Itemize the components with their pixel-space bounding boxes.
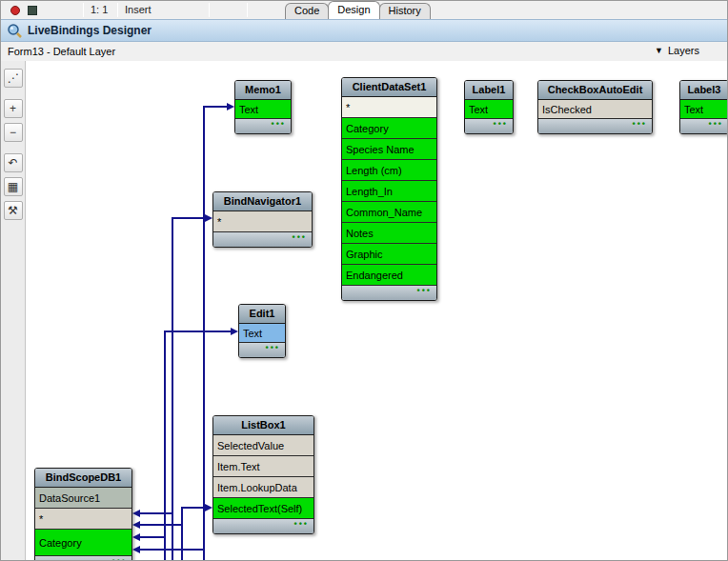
record-icon[interactable]	[10, 6, 20, 15]
entity-footer: •••	[465, 119, 513, 133]
marquee-zoom-icon: ⋰	[8, 71, 19, 85]
bind-options-dots[interactable]: •••	[266, 343, 280, 352]
member-row[interactable]: *	[342, 97, 436, 118]
wrench-icon: ⚒	[8, 204, 18, 217]
bind-options-dots[interactable]: •••	[417, 286, 432, 295]
bind-options-dots[interactable]: •••	[709, 119, 723, 129]
wire-arrowhead	[227, 103, 234, 110]
line-col-indicator: 1: 1	[91, 4, 108, 15]
entity-title[interactable]: Memo1	[235, 81, 291, 100]
toolbar-separator	[83, 3, 84, 17]
member-row[interactable]: Length_In	[342, 181, 436, 202]
wire-arrowhead	[132, 521, 140, 529]
livebindings-designer-icon	[7, 23, 22, 38]
bind-options-dots[interactable]: •••	[272, 119, 286, 129]
bind-options-dots[interactable]: •••	[293, 232, 307, 242]
wire-arrowhead	[205, 504, 212, 511]
member-row[interactable]: Text	[680, 100, 728, 119]
member-row[interactable]: *	[213, 211, 312, 232]
entity-title[interactable]: ListBox1	[213, 416, 313, 435]
wire-arrowhead	[231, 328, 238, 335]
entity-title[interactable]: BindNavigator1	[213, 192, 312, 211]
wire-arrowhead	[205, 214, 212, 222]
grid-icon: ▦	[8, 180, 18, 193]
member-row[interactable]: Text	[465, 100, 513, 119]
entity-CheckBoxAutoEdit[interactable]: CheckBoxAutoEditIsChecked•••	[537, 80, 653, 134]
grid-button[interactable]: ▦	[4, 177, 23, 196]
toolbar-separator	[117, 3, 118, 17]
tab-code[interactable]: Code	[285, 3, 329, 19]
tab-design[interactable]: Design	[328, 1, 379, 19]
member-row[interactable]: Common_Name	[342, 202, 436, 223]
zoom-in-button[interactable]: +	[4, 99, 23, 118]
entity-footer: •••	[342, 286, 436, 300]
zoom-in-icon: +	[10, 102, 16, 115]
member-row[interactable]: Endangered	[342, 265, 436, 286]
member-row[interactable]: SelectedText(Self)	[213, 498, 313, 519]
layers-label: Layers	[668, 45, 699, 56]
member-row[interactable]: Length (cm)	[342, 160, 436, 181]
member-row[interactable]: *	[35, 509, 131, 530]
member-row[interactable]: Species Name	[342, 139, 436, 160]
entity-title[interactable]: Edit1	[239, 305, 285, 324]
undo-icon: ↶	[8, 156, 17, 170]
entity-footer: •••	[35, 556, 131, 561]
entity-BindNavigator1[interactable]: BindNavigator1*•••	[212, 191, 313, 248]
entity-footer: •••	[538, 119, 652, 133]
entity-footer: •••	[213, 519, 313, 533]
panel-title: LiveBindings Designer	[28, 24, 152, 37]
entity-Label1[interactable]: Label1Text•••	[464, 80, 514, 134]
entity-title[interactable]: ClientDataSet1	[342, 78, 436, 97]
form-layer-label: Form13 - Default Layer	[8, 46, 115, 57]
undo-button[interactable]: ↶	[4, 153, 23, 172]
member-row[interactable]: Text	[239, 324, 285, 343]
entity-Edit1[interactable]: Edit1Text•••	[238, 304, 286, 358]
entity-BindScopeDB1[interactable]: BindScopeDB1DataSource1*Category•••	[34, 468, 132, 561]
member-row[interactable]: Item.LookupData	[213, 477, 313, 498]
entity-ListBox1[interactable]: ListBox1SelectedValueItem.TextItem.Looku…	[212, 415, 314, 534]
member-row[interactable]: Text	[235, 100, 291, 119]
toolbar-separator	[209, 3, 210, 17]
entity-ClientDataSet1[interactable]: ClientDataSet1*CategorySpecies NameLengt…	[341, 77, 437, 301]
bind-options-dots[interactable]: •••	[112, 556, 127, 561]
member-row[interactable]: SelectedValue	[213, 435, 313, 456]
entity-title[interactable]: Label1	[465, 81, 513, 100]
entity-title[interactable]: CheckBoxAutoEdit	[538, 81, 652, 100]
member-row[interactable]: Category	[35, 530, 131, 556]
stop-icon[interactable]	[28, 6, 37, 15]
designer-canvas[interactable]: Memo1Text•••ClientDataSet1*CategorySpeci…	[26, 61, 728, 561]
member-row[interactable]: Category	[342, 118, 436, 139]
marquee-zoom-button[interactable]: ⋰	[4, 69, 23, 88]
tab-history[interactable]: History	[379, 3, 431, 19]
wrench-button[interactable]: ⚒	[4, 201, 23, 220]
entity-Memo1[interactable]: Memo1Text•••	[234, 80, 292, 134]
binding-wire[interactable]	[172, 218, 205, 561]
bind-options-dots[interactable]: •••	[633, 119, 647, 129]
member-row[interactable]: IsChecked	[538, 100, 652, 119]
insert-mode-indicator: Insert	[125, 4, 152, 15]
entity-Label3[interactable]: Label3Text•••	[679, 80, 728, 134]
entity-title[interactable]: Label3	[680, 81, 728, 100]
designer-tool-palette: ⋰+−↶▦⚒	[1, 61, 26, 561]
layers-dropdown-button[interactable]: ▼ Layers	[652, 45, 702, 56]
wire-arrowhead	[132, 533, 140, 541]
wire-arrowhead	[132, 510, 140, 517]
member-row[interactable]: Graphic	[342, 244, 436, 265]
binding-wire[interactable]	[182, 508, 205, 561]
wire-arrowhead	[132, 546, 140, 553]
zoom-out-button[interactable]: −	[4, 123, 23, 142]
zoom-out-icon: −	[10, 126, 16, 139]
editor-tabs: CodeDesignHistory	[285, 1, 430, 19]
bind-options-dots[interactable]: •••	[494, 119, 508, 129]
member-row[interactable]: DataSource1	[35, 488, 131, 509]
layer-bar: Form13 - Default Layer ▼ Layers	[1, 43, 727, 61]
toolbar-separator	[247, 3, 248, 17]
entity-footer: •••	[239, 343, 285, 357]
livebindings-designer-window: 1: 1 Insert CodeDesignHistory LiveBindin…	[0, 0, 728, 561]
entity-footer: •••	[213, 232, 312, 247]
member-row[interactable]: Notes	[342, 223, 436, 244]
member-row[interactable]: Item.Text	[213, 456, 313, 477]
bind-options-dots[interactable]: •••	[294, 519, 309, 529]
entity-title[interactable]: BindScopeDB1	[35, 469, 131, 488]
panel-titlebar[interactable]: LiveBindings Designer	[1, 19, 727, 42]
